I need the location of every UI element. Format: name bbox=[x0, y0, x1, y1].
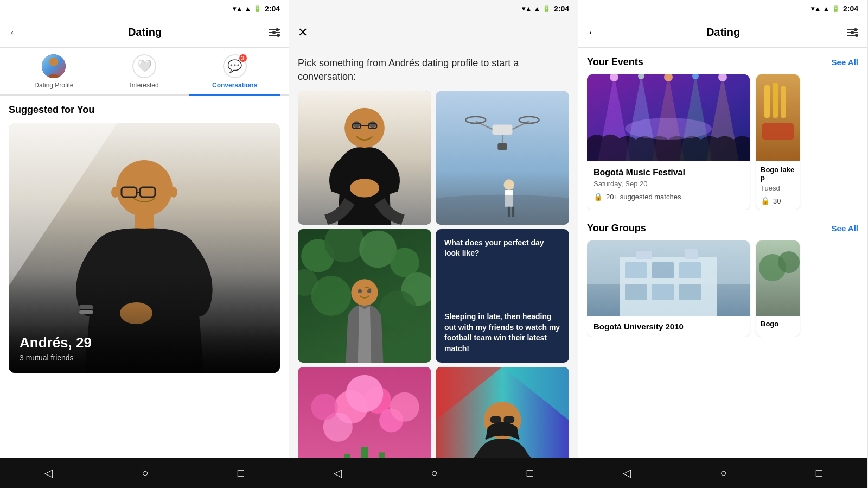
lock-icon-2: 🔒 bbox=[761, 197, 770, 205]
nature-svg bbox=[756, 240, 800, 316]
photo-content-1 bbox=[298, 91, 431, 225]
green-plants-svg bbox=[298, 229, 431, 363]
svg-point-18 bbox=[369, 122, 376, 128]
status-icons-2: ▾▲ ▲ 🔋 bbox=[522, 5, 551, 12]
photo-content-3 bbox=[298, 229, 431, 363]
screen-3: ▾▲ ▲ 🔋 2:04 ← Dating Your Events See All bbox=[578, 0, 867, 488]
events-scroll: Bogotá Music Festival Saturday, Sep 20 🔒… bbox=[587, 74, 858, 210]
svg-rect-95 bbox=[652, 284, 674, 300]
photo-cell-inner-2 bbox=[436, 91, 569, 225]
screen3-content: Your Events See All bbox=[578, 48, 867, 458]
profile-card[interactable]: Andrés, 29 3 mutual friends bbox=[9, 123, 280, 373]
bottom-nav-2: ◁ ○ □ bbox=[289, 458, 578, 488]
svg-point-17 bbox=[353, 122, 360, 128]
close-button[interactable]: ✕ bbox=[298, 26, 308, 40]
header-3: ← Dating bbox=[578, 17, 867, 48]
status-bar-3: ▾▲ ▲ 🔋 2:04 bbox=[578, 0, 867, 17]
back-nav-btn-3[interactable]: ◁ bbox=[623, 466, 631, 479]
header-2: ✕ bbox=[289, 17, 578, 48]
filter-icon-1[interactable] bbox=[269, 29, 280, 36]
screen-2: ▾▲ ▲ 🔋 2:04 ✕ Pick something from Andrés… bbox=[289, 0, 578, 488]
photo-cell-inner-5 bbox=[298, 367, 431, 458]
event-date-2: Tuesd bbox=[761, 184, 795, 192]
groups-section: Your Groups See All bbox=[587, 223, 858, 337]
svg-rect-85 bbox=[773, 83, 778, 118]
sliders-line-2 bbox=[269, 32, 280, 33]
back-button-3[interactable]: ← bbox=[587, 26, 599, 40]
bottom-nav-3: ◁ ○ □ bbox=[578, 458, 867, 488]
group-card-1[interactable]: Bogotá University 2010 bbox=[587, 240, 750, 337]
status-bar-2: ▾▲ ▲ 🔋 2:04 bbox=[289, 0, 578, 17]
photo-person-sitting[interactable] bbox=[298, 91, 431, 225]
groups-see-all[interactable]: See All bbox=[832, 224, 858, 233]
home-nav-btn-3[interactable]: ○ bbox=[720, 467, 726, 479]
groups-scroll: Bogotá University 2010 bbox=[587, 240, 858, 337]
home-nav-btn-1[interactable]: ○ bbox=[142, 467, 148, 479]
event-image-concert bbox=[587, 74, 750, 161]
recents-nav-btn-3[interactable]: □ bbox=[816, 467, 822, 479]
photo-drone[interactable] bbox=[436, 91, 569, 225]
header-1: ← Dating bbox=[0, 17, 289, 48]
lock-icon-1: 🔒 bbox=[593, 192, 603, 201]
wifi-icon-3: ▲ bbox=[823, 5, 829, 12]
photo-green-plants[interactable] bbox=[298, 229, 431, 363]
avatar-dating-profile bbox=[42, 54, 66, 78]
svg-rect-94 bbox=[625, 284, 647, 300]
status-icons-1: ▾▲ ▲ 🔋 bbox=[233, 5, 261, 12]
back-nav-btn-1[interactable]: ◁ bbox=[44, 466, 53, 479]
svg-rect-14 bbox=[79, 310, 93, 314]
event-card-2[interactable]: Bogo lake p Tuesd 🔒 30 bbox=[756, 74, 800, 210]
profile-info: Andrés, 29 3 mutual friends bbox=[9, 324, 280, 373]
tab-icon-interested: 🤍 bbox=[132, 54, 156, 78]
status-icons-3: ▾▲ ▲ 🔋 bbox=[811, 5, 840, 12]
nav-tabs-1: Dating Profile 🤍 Interested 💬 3 Conversa… bbox=[0, 48, 289, 96]
battery-icon-3: 🔋 bbox=[832, 5, 840, 12]
svg-rect-56 bbox=[344, 454, 350, 458]
svg-point-31 bbox=[503, 180, 514, 191]
group-body-2: Bogo bbox=[756, 316, 800, 331]
conversation-prompt: Pick something from Andrés dating profil… bbox=[298, 56, 569, 84]
drone-svg bbox=[436, 91, 569, 225]
svg-rect-30 bbox=[497, 143, 507, 150]
group-card-2[interactable]: Bogo bbox=[756, 240, 800, 337]
tab-conversations[interactable]: 💬 3 Conversations bbox=[189, 54, 280, 94]
event-matches-1: 20+ suggested matches bbox=[606, 193, 681, 201]
photo-street-person[interactable]: BE ART ALL bbox=[436, 367, 569, 458]
svg-point-44 bbox=[351, 280, 378, 306]
conversations-badge: 3 bbox=[238, 53, 248, 63]
svg-rect-55 bbox=[361, 447, 368, 458]
svg-rect-57 bbox=[379, 453, 385, 458]
back-button-1[interactable]: ← bbox=[9, 26, 21, 40]
food-svg bbox=[756, 74, 800, 161]
heart-symbol: 🤍 bbox=[137, 59, 152, 73]
person-sitting-svg bbox=[298, 91, 431, 225]
wifi-icon-1: ▲ bbox=[245, 5, 251, 12]
recents-nav-btn-1[interactable]: □ bbox=[238, 467, 244, 479]
back-nav-btn-2[interactable]: ◁ bbox=[334, 466, 342, 479]
event-matches-2: 30 bbox=[773, 197, 781, 205]
tab-interested[interactable]: 🤍 Interested bbox=[99, 54, 190, 94]
svg-rect-66 bbox=[490, 416, 501, 423]
photo-flowers[interactable] bbox=[298, 367, 431, 458]
events-see-all[interactable]: See All bbox=[832, 58, 858, 67]
signal-icon-3: ▾▲ bbox=[811, 5, 821, 12]
svg-point-39 bbox=[390, 248, 419, 277]
bottom-nav-1: ◁ ○ □ bbox=[0, 458, 289, 488]
header-title-1: Dating bbox=[128, 26, 162, 39]
question-text: What does your perfect day look like? bbox=[444, 238, 560, 257]
wifi-icon-2: ▲ bbox=[534, 5, 540, 12]
home-nav-btn-2[interactable]: ○ bbox=[431, 467, 437, 479]
filter-icon-3[interactable] bbox=[847, 29, 858, 36]
event-card-1[interactable]: Bogotá Music Festival Saturday, Sep 20 🔒… bbox=[587, 74, 750, 210]
recents-nav-btn-2[interactable]: □ bbox=[527, 467, 533, 479]
photo-question-card[interactable]: What does your perfect day look like? Sl… bbox=[436, 229, 569, 363]
photo-cell-inner-1 bbox=[298, 91, 431, 225]
svg-rect-87 bbox=[762, 123, 794, 140]
events-section: Your Events See All bbox=[587, 56, 858, 210]
photo-content-6: BE ART ALL bbox=[436, 367, 569, 458]
profile-name: Andrés, 29 bbox=[20, 334, 269, 351]
time-2: 2:04 bbox=[554, 4, 569, 13]
tab-dating-profile[interactable]: Dating Profile bbox=[9, 54, 99, 94]
time-1: 2:04 bbox=[265, 4, 280, 13]
screen-1: ▾▲ ▲ 🔋 2:04 ← Dating bbox=[0, 0, 289, 488]
